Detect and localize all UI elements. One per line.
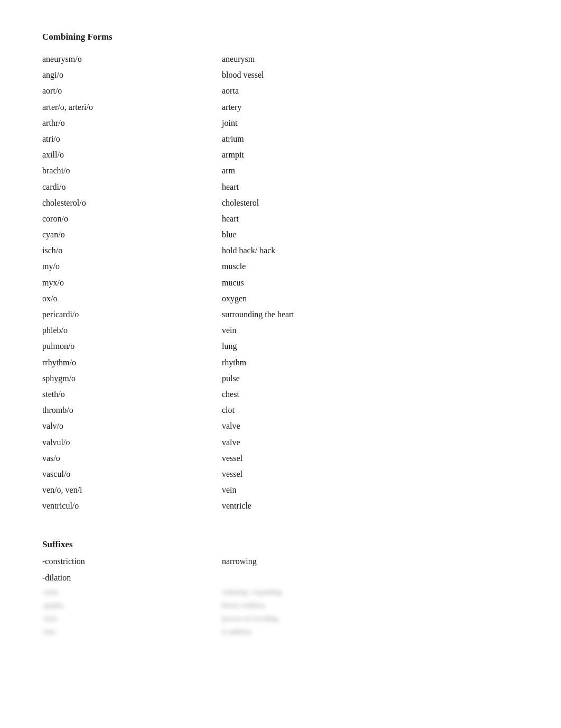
definition-cell: vein [222, 323, 519, 337]
combining-forms-title: Combining Forms [42, 32, 519, 42]
term-cell: valvul/o [42, 435, 222, 449]
table-row: atri/o atrium [42, 132, 519, 146]
table-row: angi/o blood vessel [42, 68, 519, 82]
definition-cell: atrium [222, 132, 519, 146]
term-cell: ventricul/o [42, 499, 222, 513]
definition-cell: armpit [222, 148, 519, 162]
definition-cell: vessel [222, 467, 519, 481]
table-row: phleb/o vein [42, 323, 519, 337]
definition-cell: joint [222, 116, 519, 130]
suffix-title-prefix: Su [42, 539, 52, 549]
definition-cell: cholesterol [222, 196, 519, 210]
definition-cell: vessel [222, 451, 519, 465]
term-cell: coron/o [42, 211, 222, 226]
table-row: pulmon/o lung [42, 339, 519, 353]
definition-cell: heart [222, 211, 519, 226]
definition-cell: clot [222, 403, 519, 417]
term-cell: -dilation [42, 570, 222, 585]
term-cell: atri/o [42, 132, 222, 146]
definition-cell: aorta [222, 84, 519, 98]
term-cell: my/o [42, 259, 222, 273]
table-row: my/o muscle [42, 259, 519, 273]
definition-cell-blurred: to addition [222, 626, 519, 638]
term-cell-blurred: -graphy [42, 600, 222, 611]
definition-cell [222, 570, 519, 585]
definition-cell: arm [222, 163, 519, 178]
definition-cell: lung [222, 339, 519, 353]
definition-cell: valve [222, 419, 519, 433]
table-row: -dilation [42, 570, 519, 585]
table-row-blurred: -lysisprocess of recording [42, 613, 519, 624]
table-row: ox/o oxygen [42, 291, 519, 306]
definition-cell: blood vessel [222, 68, 519, 82]
term-cell: arthr/o [42, 116, 222, 130]
table-row: cyan/o blue [42, 227, 519, 242]
table-row-blurred: -graphyblood condition [42, 600, 519, 611]
table-row: valv/o valve [42, 419, 519, 433]
term-cell: brachi/o [42, 163, 222, 178]
definition-cell: blue [222, 227, 519, 242]
term-cell: cholesterol/o [42, 196, 222, 210]
definition-cell: heart [222, 180, 519, 194]
table-row: cholesterol/o cholesterol [42, 196, 519, 210]
term-cell: cyan/o [42, 227, 222, 242]
definition-cell: vein [222, 483, 519, 497]
table-row: pericardi/o surrounding the heart [42, 307, 519, 321]
term-cell: valv/o [42, 419, 222, 433]
table-row: axill/o armpit [42, 148, 519, 162]
table-row: vas/o vessel [42, 451, 519, 465]
term-cell: ox/o [42, 291, 222, 306]
definition-cell-blurred: widening / expanding [222, 586, 519, 598]
term-cell: phleb/o [42, 323, 222, 337]
table-row: aort/o aorta [42, 84, 519, 98]
table-row: valvul/o valve [42, 435, 519, 449]
term-cell: pulmon/o [42, 339, 222, 353]
table-row: -constriction narrowing [42, 554, 519, 568]
table-row: rrhythm/o rhythm [42, 355, 519, 370]
term-cell: pericardi/o [42, 307, 222, 321]
table-row: steth/o chest [42, 387, 519, 401]
term-cell: isch/o [42, 243, 222, 257]
suffixes-title: Suffixes [42, 539, 519, 550]
definition-cell: hold back/ back [222, 243, 519, 257]
term-cell: steth/o [42, 387, 222, 401]
table-row: isch/o hold back/ back [42, 243, 519, 257]
definition-cell: valve [222, 435, 519, 449]
combining-forms-section: Combining Forms aneurysm/o aneurysm angi… [42, 32, 519, 513]
table-row: aneurysm/o aneurysm [42, 52, 519, 66]
term-cell-blurred: -tion [42, 626, 222, 638]
table-row-blurred: -emiawidening / expanding [42, 586, 519, 598]
table-row: ven/o, ven/i vein [42, 483, 519, 497]
table-row: myx/o mucus [42, 275, 519, 290]
term-cell: axill/o [42, 148, 222, 162]
term-cell-blurred: -lysis [42, 613, 222, 624]
definition-cell: mucus [222, 275, 519, 290]
table-row: thromb/o clot [42, 403, 519, 417]
term-cell: vascul/o [42, 467, 222, 481]
suffix-title-underline: ff [52, 539, 58, 549]
table-row: arter/o, arteri/o artery [42, 100, 519, 114]
definition-cell: artery [222, 100, 519, 114]
definition-cell: surrounding the heart [222, 307, 519, 321]
definition-cell: rhythm [222, 355, 519, 370]
definition-cell: muscle [222, 259, 519, 273]
table-row: ventricul/o ventricle [42, 499, 519, 513]
term-cell-blurred: -emia [42, 586, 222, 598]
definition-cell: ventricle [222, 499, 519, 513]
definition-cell: narrowing [222, 554, 519, 568]
term-cell: cardi/o [42, 180, 222, 194]
term-cell: rrhythm/o [42, 355, 222, 370]
table-row: brachi/o arm [42, 163, 519, 178]
table-row: sphygm/o pulse [42, 371, 519, 385]
term-cell: aort/o [42, 84, 222, 98]
definition-cell: chest [222, 387, 519, 401]
suffixes-section: Suffixes -constriction narrowing -dilati… [42, 539, 519, 638]
term-cell: ven/o, ven/i [42, 483, 222, 497]
term-cell: sphygm/o [42, 371, 222, 385]
definition-cell: aneurysm [222, 52, 519, 66]
definition-cell: pulse [222, 371, 519, 385]
suffixes-table: -constriction narrowing -dilation -emiaw… [42, 554, 519, 638]
definition-cell-blurred: process of recording [222, 613, 519, 624]
term-cell: aneurysm/o [42, 52, 222, 66]
definition-cell: oxygen [222, 291, 519, 306]
